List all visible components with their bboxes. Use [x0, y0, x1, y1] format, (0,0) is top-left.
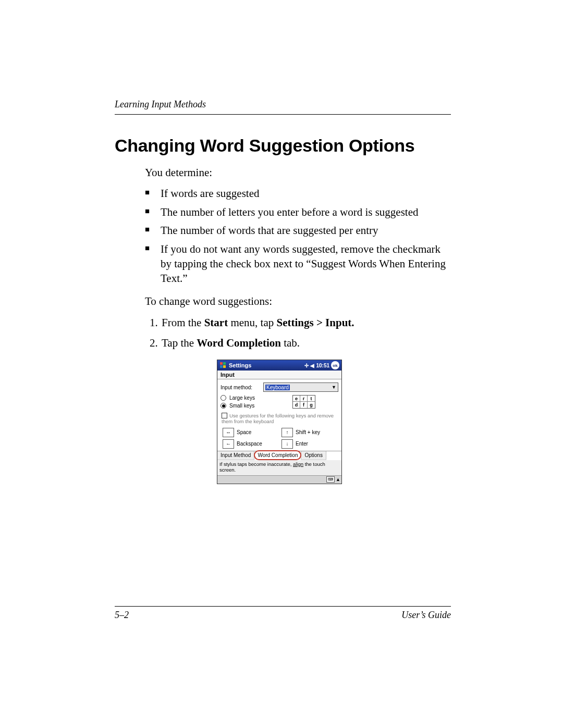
page-footer: 5–2 User’s Guide [115, 606, 451, 621]
step-1: From the Start menu, tap Settings > Inpu… [161, 315, 451, 330]
large-keys-option[interactable]: Large keys [221, 395, 278, 401]
input-method-dropdown[interactable]: Keyboard ▼ [263, 382, 338, 392]
clock: 10:51 [316, 363, 329, 368]
checkbox-unchecked-icon[interactable] [222, 413, 227, 418]
step-1-text: From the [162, 316, 204, 329]
foot-pre: If stylus taps become inaccurate, [219, 461, 293, 467]
arrow-right-icon: ↔ [223, 428, 234, 437]
arrow-down-icon: ↓ [282, 439, 293, 449]
radio-unselected-icon [221, 395, 226, 401]
gesture-enter-label: Enter [296, 441, 308, 447]
svg-rect-2 [220, 365, 223, 368]
gesture-backspace-label: Backspace [237, 441, 262, 447]
tab-input-method[interactable]: Input Method [217, 451, 254, 460]
gesture-backspace: ← Backspace [223, 439, 277, 449]
step-2-bold: Word Completion [197, 337, 281, 349]
step-2-post: tab. [281, 337, 300, 349]
intro-text: You determine: [145, 166, 451, 179]
lead-text: To change word suggestions: [145, 295, 451, 308]
page-title: Changing Word Suggestion Options [115, 135, 451, 156]
step-2: Tap the Word Completion tab. [161, 336, 451, 350]
step-2-pre: Tap the [162, 337, 197, 349]
list-item: If you do not want any words suggested, … [145, 242, 451, 286]
gesture-shift-label: Shift + key [296, 429, 320, 435]
gestures-note-text: Use gestures for the following keys and … [222, 413, 334, 424]
list-item: The number of words that are suggested p… [145, 224, 451, 238]
gesture-grid: ↔ Space ↑ Shift + key ← Backspace ↓ Ente… [221, 428, 338, 451]
key-e: e [293, 396, 300, 402]
key-f: f [300, 402, 308, 408]
keyboard-icon[interactable]: ⌨ [326, 476, 335, 483]
speaker-icon: ◀ [310, 363, 314, 368]
step-1-bold-path: Settings > Input. [276, 316, 354, 329]
gesture-space: ↔ Space [223, 428, 277, 437]
step-1-bold-start: Start [204, 316, 228, 329]
tab-options[interactable]: Options [301, 451, 326, 460]
arrow-left-icon: ← [223, 439, 234, 449]
large-keys-label: Large keys [229, 395, 255, 401]
list-item: The number of letters you enter before a… [145, 205, 451, 220]
keyboard-preview: e r t d f g [292, 395, 315, 409]
pda-system-tray: ✢ ◀ 10:51 ok [304, 361, 339, 369]
key-t: t [308, 396, 315, 402]
svg-rect-3 [223, 365, 226, 368]
pda-window: Settings ✢ ◀ 10:51 ok Input Input method… [217, 360, 342, 484]
ok-button[interactable]: ok [331, 361, 339, 369]
key-g: g [308, 402, 315, 408]
chapter-label: Learning Input Methods [115, 99, 451, 110]
page-number: 5–2 [115, 610, 129, 621]
determine-list: If words are suggested The number of let… [145, 187, 451, 286]
pda-footer-note: If stylus taps become inaccurate, align … [217, 460, 341, 475]
gesture-space-label: Space [237, 429, 251, 435]
list-item: If words are suggested [145, 187, 451, 201]
svg-rect-0 [220, 362, 223, 365]
svg-rect-1 [223, 362, 226, 365]
pda-body: Input method: Keyboard ▼ Large keys [217, 379, 341, 451]
tab-word-completion[interactable]: Word Completion [254, 451, 301, 460]
guide-label: User’s Guide [401, 610, 451, 621]
gesture-enter: ↓ Enter [282, 439, 336, 449]
steps-list: From the Start menu, tap Settings > Inpu… [161, 315, 451, 350]
windows-flag-icon [219, 362, 227, 369]
input-method-value: Keyboard [265, 385, 290, 390]
pda-title: Settings [229, 362, 304, 368]
key-d: d [293, 402, 300, 408]
sip-bar: ⌨ ▲ [217, 475, 341, 484]
sip-arrow-icon[interactable]: ▲ [336, 477, 340, 482]
header-divider [115, 114, 451, 115]
footer-divider [115, 606, 451, 607]
pda-screenshot: Settings ✢ ◀ 10:51 ok Input Input method… [217, 360, 451, 484]
arrow-up-icon: ↑ [282, 428, 293, 437]
small-keys-label: Small keys [229, 403, 254, 409]
gestures-note: Use gestures for the following keys and … [222, 413, 337, 425]
pda-subtitle: Input [217, 371, 341, 379]
input-method-label: Input method: [221, 385, 263, 390]
pda-tabs: Input Method Word Completion Options [217, 451, 341, 460]
input-method-row: Input method: Keyboard ▼ [221, 382, 338, 392]
step-1-mid: menu, tap [228, 316, 276, 329]
gesture-shift: ↑ Shift + key [282, 428, 336, 437]
radio-selected-icon [221, 403, 226, 409]
small-keys-option[interactable]: Small keys [221, 403, 278, 409]
connectivity-icon: ✢ [304, 363, 309, 368]
align-link[interactable]: align [293, 461, 303, 467]
pda-titlebar: Settings ✢ ◀ 10:51 ok [217, 360, 341, 371]
key-r: r [300, 396, 308, 402]
page: Learning Input Methods Changing Word Sug… [0, 0, 563, 728]
chevron-down-icon: ▼ [332, 385, 336, 390]
